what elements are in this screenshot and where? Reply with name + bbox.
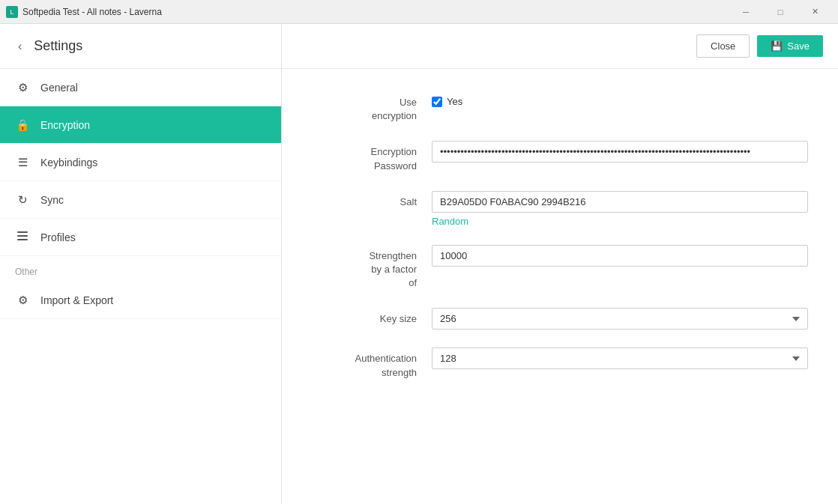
- app-container: ‹ Settings ⚙ General 🔒 Encryption ☰ Keyb…: [0, 24, 838, 504]
- auth-strength-label: Authenticationstrength: [312, 347, 432, 379]
- encryption-form: Useencryption Yes EncryptionPassword Sal…: [282, 69, 838, 504]
- sidebar-item-import-export[interactable]: ⚙ Import & Export: [0, 282, 281, 319]
- salt-control: Random: [432, 191, 808, 227]
- sidebar-header: ‹ Settings: [0, 24, 281, 69]
- sidebar-item-import-export-label: Import & Export: [40, 294, 113, 306]
- use-encryption-row: Useencryption Yes: [312, 91, 808, 123]
- sync-icon: ↻: [15, 193, 30, 207]
- gear-icon: ⚙: [15, 81, 30, 94]
- key-size-select[interactable]: 128 256 512: [432, 308, 808, 330]
- auth-strength-row: Authenticationstrength 128 256 512: [312, 347, 808, 379]
- save-icon: 💾: [771, 40, 783, 52]
- strengthen-row: Strengthenby a factorof: [312, 245, 808, 291]
- save-button[interactable]: 💾 Save: [757, 35, 823, 57]
- lock-icon: 🔒: [15, 118, 30, 132]
- use-encryption-checkbox[interactable]: [432, 97, 442, 107]
- password-label: EncryptionPassword: [312, 141, 432, 172]
- auth-strength-select[interactable]: 128 256 512: [432, 347, 808, 369]
- key-size-row: Key size 128 256 512: [312, 308, 808, 330]
- use-encryption-label: Useencryption: [312, 91, 432, 123]
- salt-label: Salt: [312, 191, 432, 209]
- maximize-button[interactable]: □: [763, 0, 798, 24]
- titlebar-title: Softpedia Test - All notes - Laverna: [22, 7, 729, 17]
- save-label: Save: [787, 40, 810, 52]
- use-encryption-checkbox-wrap: Yes: [432, 91, 808, 107]
- profiles-icon: [15, 230, 30, 244]
- strengthen-label: Strengthenby a factorof: [312, 245, 432, 291]
- titlebar: L Softpedia Test - All notes - Laverna ─…: [0, 0, 838, 24]
- strengthen-input[interactable]: [432, 245, 808, 267]
- import-export-icon: ⚙: [15, 294, 30, 307]
- svg-rect-0: [17, 231, 28, 233]
- sidebar-item-general-label: General: [40, 82, 78, 94]
- back-button[interactable]: ‹: [15, 37, 25, 55]
- sidebar-item-sync-label: Sync: [40, 194, 64, 206]
- list-icon: ☰: [15, 156, 30, 169]
- sidebar-nav: ⚙ General 🔒 Encryption ☰ Keybindings ↻ S…: [0, 69, 281, 504]
- key-size-control: 128 256 512: [432, 308, 808, 330]
- sidebar-item-profiles[interactable]: Profiles: [0, 219, 281, 256]
- salt-input[interactable]: [432, 191, 808, 213]
- password-row: EncryptionPassword: [312, 141, 808, 172]
- sidebar-item-keybindings[interactable]: ☰ Keybindings: [0, 144, 281, 181]
- close-settings-button[interactable]: Close: [696, 34, 750, 58]
- key-size-label: Key size: [312, 308, 432, 326]
- strengthen-control: [432, 245, 808, 267]
- password-control: [432, 141, 808, 163]
- svg-rect-1: [17, 235, 28, 237]
- salt-row: Salt Random: [312, 191, 808, 227]
- app-icon: L: [6, 6, 18, 18]
- sidebar-item-general[interactable]: ⚙ General: [0, 69, 281, 106]
- main-header: Close 💾 Save: [282, 24, 838, 69]
- other-section-label: Other: [0, 256, 281, 282]
- sidebar-item-keybindings-label: Keybindings: [40, 157, 97, 168]
- sidebar-item-encryption[interactable]: 🔒 Encryption: [0, 106, 281, 144]
- minimize-button[interactable]: ─: [729, 0, 763, 24]
- password-input[interactable]: [432, 141, 808, 163]
- random-link[interactable]: Random: [432, 216, 808, 227]
- yes-label: Yes: [447, 96, 462, 107]
- sidebar-item-profiles-label: Profiles: [40, 231, 76, 243]
- sidebar-item-encryption-label: Encryption: [40, 119, 90, 131]
- svg-rect-2: [17, 239, 28, 240]
- main-content: Close 💾 Save Useencryption Yes Encryptio: [282, 24, 838, 504]
- auth-strength-control: 128 256 512: [432, 347, 808, 369]
- sidebar-title: Settings: [34, 38, 82, 54]
- sidebar: ‹ Settings ⚙ General 🔒 Encryption ☰ Keyb…: [0, 24, 282, 504]
- window-controls: ─ □ ✕: [729, 0, 832, 24]
- sidebar-item-sync[interactable]: ↻ Sync: [0, 181, 281, 219]
- window-close-button[interactable]: ✕: [798, 0, 832, 24]
- use-encryption-control: Yes: [432, 91, 808, 107]
